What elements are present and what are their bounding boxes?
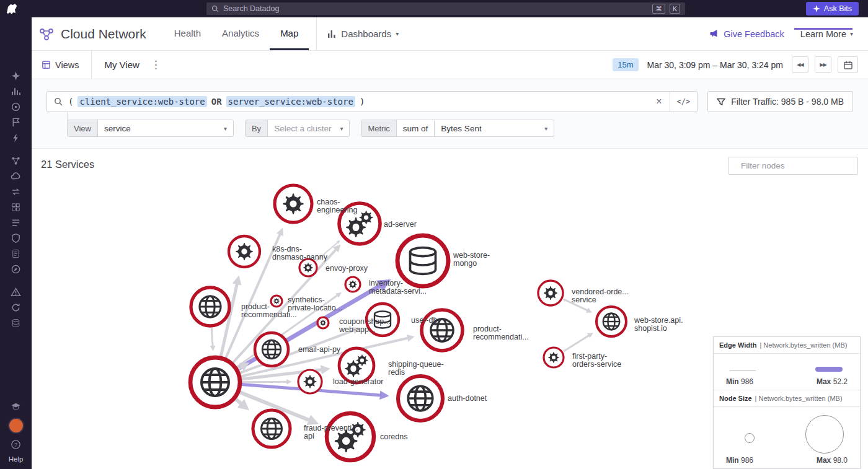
sidebar: ? Help xyxy=(0,17,32,469)
edge-web-store-to-fraud-prevention-api[interactable] xyxy=(236,399,247,408)
processes-icon[interactable] xyxy=(11,217,21,228)
node-label-vendored-orders-service: vendored-orde...service xyxy=(572,287,629,304)
query-operator: OR xyxy=(211,97,222,107)
datadog-logo[interactable] xyxy=(0,0,24,17)
apm-icon[interactable] xyxy=(11,133,21,143)
view-toolbar: Views My View ⋮ 15m Mar 30, 3:09 pm – Ma… xyxy=(32,51,868,79)
service-node-envoy-proxy[interactable] xyxy=(299,259,317,276)
calendar-button[interactable] xyxy=(838,56,858,73)
help-icon[interactable]: ? xyxy=(11,439,21,450)
chevron-down-icon: ▾ xyxy=(396,30,399,37)
tab-health[interactable]: Health xyxy=(164,17,211,50)
time-range-badge[interactable]: 15m xyxy=(613,58,638,71)
events-icon[interactable] xyxy=(11,117,21,128)
filter-nodes-search[interactable] xyxy=(728,157,858,175)
service-node-auth-dotnet[interactable] xyxy=(398,376,443,421)
logs-icon[interactable] xyxy=(11,248,21,259)
service-node-product-recommendation-left[interactable] xyxy=(191,287,229,326)
infrastructure-icon[interactable] xyxy=(11,171,21,182)
network-icon[interactable] xyxy=(11,186,21,197)
min-node-sample xyxy=(745,433,755,443)
date-range-label[interactable]: Mar 30, 3:09 pm – Mar 30, 3:24 pm xyxy=(647,60,783,70)
give-feedback-button[interactable]: Give Feedback xyxy=(709,29,784,39)
current-view-name: My View xyxy=(104,59,139,70)
filter-nodes-input[interactable] xyxy=(740,160,852,171)
courses-icon[interactable] xyxy=(11,401,21,412)
query-term-1[interactable]: client_service:web-store xyxy=(78,96,206,107)
edge-web-store-to-load-generator[interactable] xyxy=(242,382,290,382)
cluster-dropdown[interactable]: Select a cluster▾ xyxy=(268,120,349,136)
filter-traffic-button[interactable]: Filter Traffic: 985 B - 98.0 MB xyxy=(707,91,853,112)
skip-forward-button[interactable]: ▶▶ xyxy=(815,56,831,73)
min-edge-sample xyxy=(730,370,756,370)
spark-icon[interactable] xyxy=(11,71,21,81)
node-label-auth-dotnet: auth-dotnet xyxy=(448,394,487,403)
service-node-web-store-mongo[interactable] xyxy=(397,235,448,286)
service-node-vendored-orders-service[interactable] xyxy=(538,281,563,305)
global-search[interactable]: Search Datadog ⌘ K xyxy=(206,2,685,15)
service-node-first-party-orders-service[interactable] xyxy=(544,348,564,367)
global-search-placeholder: Search Datadog xyxy=(223,4,648,13)
node-size-legend-header: Node Size| Network.bytes_written (MB) xyxy=(714,390,860,407)
ask-bits-button[interactable]: Ask Bits xyxy=(806,2,859,15)
svg-text:?: ? xyxy=(14,442,17,448)
view-control-label: View xyxy=(68,120,98,136)
node-label-email-api-py: email-api-py xyxy=(298,345,341,354)
tab-analytics[interactable]: Analytics xyxy=(211,17,270,50)
code-view-toggle[interactable]: </> xyxy=(670,92,698,112)
service-node-coupon-shop-web-app[interactable] xyxy=(317,317,329,328)
watchdog-icon[interactable] xyxy=(11,102,21,112)
search-icon xyxy=(734,162,735,170)
edge-product-recommendation-left-to-web-store[interactable] xyxy=(211,328,213,349)
skip-back-button[interactable]: ◀◀ xyxy=(792,56,808,73)
error-tracking-icon[interactable] xyxy=(11,287,21,297)
ci-icon[interactable] xyxy=(11,302,21,313)
max-node-sample xyxy=(805,415,844,454)
shortcut-meta-key: ⌘ xyxy=(652,4,665,14)
node-label-chaos-engineering: chaos-engineering xyxy=(317,198,357,214)
service-node-k8s-dns-dnsmasq-nanny[interactable] xyxy=(229,236,260,267)
chevron-down-icon: ▾ xyxy=(340,125,343,132)
service-node-inventory-metadata-service[interactable] xyxy=(345,277,360,292)
clear-query-icon[interactable]: × xyxy=(649,92,669,112)
bar-chart-icon xyxy=(327,29,337,38)
service-map-icon[interactable] xyxy=(11,156,21,166)
view-dropdown[interactable]: service▾ xyxy=(98,120,233,136)
containers-icon[interactable] xyxy=(11,202,21,213)
shortcut-k-key: K xyxy=(670,4,680,14)
node-label-coredns: coredns xyxy=(380,432,407,441)
service-node-fraud-prevention-api[interactable] xyxy=(253,410,290,447)
service-node-coredns[interactable] xyxy=(327,413,374,460)
query-input[interactable]: ( client_service:web-store OR server_ser… xyxy=(46,91,698,112)
views-button[interactable]: Views xyxy=(42,60,79,70)
tab-map[interactable]: Map xyxy=(270,17,309,50)
metric-control-label: Metric xyxy=(361,120,396,136)
toolbar-divider xyxy=(91,51,92,79)
by-control-label: By xyxy=(246,120,268,136)
chevron-down-icon: ▾ xyxy=(224,125,227,132)
service-node-web-store-api-shopist-io[interactable] xyxy=(596,307,626,336)
close-paren: ) xyxy=(360,97,365,107)
main-content: Cloud Network Health Analytics Map Dashb… xyxy=(32,17,868,469)
user-avatar[interactable] xyxy=(8,418,24,434)
service-node-chaos-engineering[interactable] xyxy=(275,185,312,222)
query-text[interactable]: ( client_service:web-store OR server_ser… xyxy=(68,92,649,112)
dashboards-menu[interactable]: Dashboards ▾ xyxy=(327,28,399,39)
metric-aggregation[interactable]: sum of xyxy=(397,120,435,136)
security-icon[interactable] xyxy=(11,233,21,243)
query-term-2[interactable]: server_service:web-store xyxy=(226,96,355,107)
filter-icon xyxy=(717,98,725,106)
metric-dropdown[interactable]: Bytes Sent▾ xyxy=(435,120,554,136)
kebab-menu-icon[interactable]: ⋮ xyxy=(151,59,161,70)
help-label[interactable]: Help xyxy=(9,455,24,463)
edge-first-party-orders-service-to-web-store-api-shopist-io[interactable] xyxy=(564,334,592,351)
database-icon[interactable] xyxy=(11,318,21,328)
service-node-web-store[interactable] xyxy=(190,357,240,407)
service-node-synthetics-private-location[interactable] xyxy=(271,296,282,307)
metrics-icon[interactable] xyxy=(11,86,21,97)
service-node-load-generator[interactable] xyxy=(298,370,322,393)
synthetics-icon[interactable] xyxy=(11,264,21,274)
cloud-network-icon xyxy=(38,27,55,42)
service-node-email-api-py[interactable] xyxy=(255,333,288,366)
learn-more-button[interactable]: Learn More ▾ xyxy=(800,29,853,39)
